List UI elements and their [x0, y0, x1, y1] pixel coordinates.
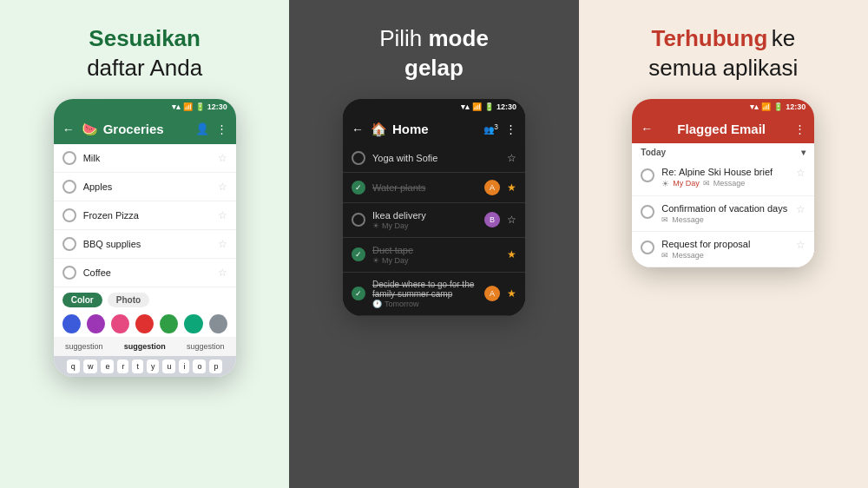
more-icon-2[interactable]: ⋮ [505, 122, 516, 135]
toolbar-title-1: 🍉 Groceries [82, 122, 188, 137]
signal-icon: 📶 [183, 102, 193, 111]
list-item: BBQ supplies ☆ [54, 230, 236, 259]
checkbox-milk[interactable] [62, 151, 76, 165]
members-icon[interactable]: 👥3 [483, 122, 498, 135]
key-y[interactable]: y [147, 359, 160, 373]
suggestions-row: suggestion suggestion suggestion [54, 337, 236, 356]
key-r[interactable]: r [117, 359, 128, 373]
panel3-heading-sub: semua aplikasi [648, 55, 798, 81]
star-vacation[interactable]: ☆ [796, 203, 806, 215]
more-icon-3[interactable]: ⋮ [794, 122, 806, 135]
swatch-blue[interactable] [62, 314, 81, 333]
signal-icon-3: 📶 [761, 102, 771, 111]
suggestion-2[interactable]: suggestion [115, 340, 175, 353]
checkbox-pizza[interactable] [62, 208, 76, 222]
item-text-pizza: Frozen Pizza [83, 210, 211, 221]
star-yoga[interactable]: ☆ [507, 152, 516, 164]
sub-text-ikea: My Day [382, 221, 409, 230]
checkbox-water[interactable]: ✓ [352, 181, 365, 195]
wifi-icon-2: ▾▴ [461, 102, 470, 111]
checkbox-coffee[interactable] [62, 266, 76, 280]
checkbox-alpine[interactable] [641, 168, 654, 182]
time-display-1: 12:30 [207, 102, 227, 111]
chevron-down-icon[interactable]: ▾ [801, 148, 806, 157]
today-text: Today [641, 148, 666, 157]
list-item: Frozen Pizza ☆ [54, 201, 236, 230]
key-q[interactable]: q [67, 359, 80, 373]
color-photo-tabs: Color Photo [54, 287, 236, 311]
checkbox-ikea[interactable] [352, 213, 365, 227]
star-pizza[interactable]: ☆ [218, 209, 227, 221]
checkbox-duct[interactable]: ✓ [352, 247, 365, 261]
swatch-teal[interactable] [184, 314, 202, 333]
list-item: ✓ Water plants A ★ [343, 173, 525, 203]
key-e[interactable]: e [101, 359, 114, 373]
more-icon-1[interactable]: ⋮ [216, 122, 227, 135]
app-toolbar-1: ← 🍉 Groceries 👤 ⋮ [54, 115, 236, 144]
signal-icon-2: 📶 [472, 102, 482, 111]
key-i[interactable]: i [179, 359, 189, 373]
toolbar-actions-2: 👥3 ⋮ [483, 122, 516, 135]
sun-icon-ikea: ☀ [372, 221, 379, 230]
phone-mockup-1: ▾▴ 📶 🔋 12:30 ← 🍉 Groceries 👤 ⋮ Milk [54, 99, 236, 377]
panel-customize: Sesuaikan daftar Anda ▾▴ 📶 🔋 12:30 ← 🍉 G… [0, 0, 289, 488]
item-text-alpine: Re: Alpine Ski House brief [661, 167, 789, 177]
swatch-red[interactable] [135, 314, 154, 333]
star-milk[interactable]: ☆ [218, 152, 227, 164]
checkbox-yoga[interactable] [352, 151, 365, 165]
sub-myday-alpine: My Day [673, 179, 700, 188]
panel2-heading-sub: gelap [404, 55, 464, 81]
battery-icon: 🔋 [195, 102, 205, 111]
item-text-family: Decide where to go for the family summer… [372, 280, 477, 299]
checkbox-proposal[interactable] [641, 241, 654, 254]
star-duct[interactable]: ★ [507, 248, 516, 260]
star-family[interactable]: ★ [507, 287, 516, 300]
star-apples[interactable]: ☆ [218, 181, 227, 193]
item-text-proposal: Request for proposal [661, 239, 789, 249]
swatch-pink[interactable] [111, 314, 129, 333]
swatch-gray[interactable] [209, 314, 227, 333]
list-item: ✓ Duct tape ☀ My Day ★ [343, 238, 525, 273]
list-item: Milk ☆ [54, 144, 236, 173]
back-icon-1[interactable]: ← [62, 122, 75, 136]
status-icons-3: ▾▴ 📶 🔋 12:30 [750, 102, 806, 111]
checkbox-apples[interactable] [62, 180, 76, 194]
panel3-heading: Terhubung ke semua aplikasi [648, 24, 798, 83]
person-icon[interactable]: 👤 [195, 122, 209, 135]
checkbox-family[interactable]: ✓ [352, 287, 365, 300]
swatch-green[interactable] [160, 314, 178, 333]
swatch-purple[interactable] [87, 314, 105, 333]
star-bbq[interactable]: ☆ [218, 238, 227, 250]
back-icon-2[interactable]: ← [352, 122, 364, 136]
key-w[interactable]: w [83, 359, 98, 373]
checkbox-bbq[interactable] [62, 237, 76, 251]
key-t[interactable]: t [132, 359, 143, 373]
key-p[interactable]: p [209, 359, 222, 373]
star-ikea[interactable]: ☆ [507, 214, 516, 226]
key-o[interactable]: o [193, 359, 206, 373]
checkbox-vacation[interactable] [641, 205, 654, 219]
sub-msg-alpine: Message [713, 179, 746, 188]
star-alpine[interactable]: ☆ [796, 167, 806, 179]
panel3-heading-ke: ke [772, 25, 795, 51]
star-water[interactable]: ★ [507, 181, 516, 194]
status-bar-2: ▾▴ 📶 🔋 12:30 [343, 99, 525, 115]
list-name-2: Home [392, 122, 429, 136]
wifi-icon-3: ▾▴ [750, 102, 759, 111]
home-list: Yoga with Sofie ☆ ✓ Water plants A ★ Ike… [343, 144, 525, 316]
suggestion-3[interactable]: suggestion [175, 340, 236, 353]
back-icon-3[interactable]: ← [641, 122, 653, 135]
panel-dark-mode: Pilih mode gelap ▾▴ 📶 🔋 12:30 ← 🏠 Home [289, 0, 578, 488]
color-tab[interactable]: Color [62, 293, 102, 307]
status-icons-1: ▾▴ 📶 🔋 12:30 [172, 102, 227, 111]
suggestion-1[interactable]: suggestion [54, 340, 115, 353]
key-u[interactable]: u [162, 359, 175, 373]
list-item: Ikea delivery ☀ My Day B ☆ [343, 203, 525, 238]
app-toolbar-3: ← ⚑ Flagged Email ⋮ [632, 115, 814, 143]
photo-tab[interactable]: Photo [108, 293, 149, 307]
star-proposal[interactable]: ☆ [796, 239, 806, 251]
list-item: Request for proposal ✉ Message ☆ [632, 232, 814, 267]
sub-label-ikea: ☀ My Day [372, 221, 477, 230]
star-coffee[interactable]: ☆ [218, 267, 227, 279]
time-display-2: 12:30 [496, 102, 516, 111]
